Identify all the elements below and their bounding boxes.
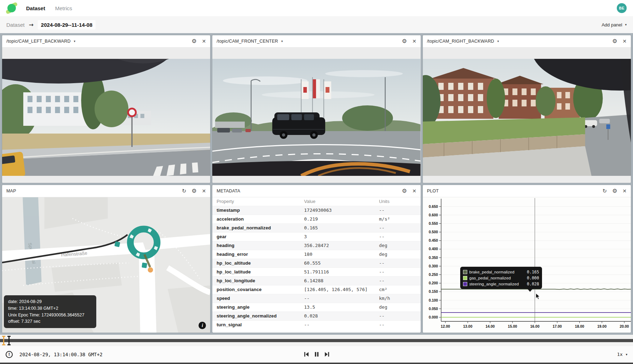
table-cell: -- bbox=[375, 223, 421, 232]
breadcrumb-root[interactable]: Dataset bbox=[6, 22, 25, 28]
timeline-playhead-marker[interactable] bbox=[3, 336, 4, 345]
svg-text:19.00: 19.00 bbox=[597, 325, 606, 328]
table-cell: 1724930063 bbox=[300, 206, 375, 215]
map-tooltip-line: date: 2024-08-29 bbox=[8, 298, 92, 305]
tab-dataset[interactable]: Dataset bbox=[26, 5, 45, 11]
metadata-table-body: timestamp1724930063--acceleration0.219m/… bbox=[212, 206, 420, 329]
table-header-row: Property Value Units bbox=[212, 197, 420, 206]
refresh-icon[interactable]: ↻ bbox=[182, 189, 187, 194]
skip-to-start-button[interactable] bbox=[303, 351, 309, 357]
skip-to-end-button[interactable] bbox=[324, 351, 330, 357]
topic-select-cam-right[interactable]: /topic/CAM_RIGHT_BACKWARD ▾ bbox=[427, 39, 499, 44]
series-label: brake_pedal_normalized bbox=[469, 270, 525, 274]
close-icon[interactable]: ✕ bbox=[412, 189, 416, 193]
panel-map: MAP ↻ ⚙ ✕ Spoykanal bbox=[2, 185, 210, 333]
camera-view-right-backward bbox=[423, 48, 631, 183]
panel-title: PLOT bbox=[427, 189, 439, 193]
svg-text:0.000: 0.000 bbox=[428, 315, 438, 319]
gear-icon[interactable]: ⚙ bbox=[612, 38, 617, 44]
playback-speed-value: 1x bbox=[617, 352, 623, 357]
close-icon[interactable]: ✕ bbox=[622, 39, 627, 44]
map-view[interactable]: Spoykanal Hafenstraße bbox=[2, 197, 210, 333]
column-header-units: Units bbox=[375, 197, 421, 206]
add-panel-button[interactable]: Add panel ▾ bbox=[602, 22, 627, 27]
table-cell: acceleration bbox=[212, 215, 300, 223]
column-header-value: Value bbox=[300, 197, 375, 206]
table-cell: -- bbox=[300, 320, 375, 329]
table-cell: speed bbox=[212, 294, 300, 303]
table-cell: steering_angle bbox=[212, 303, 300, 311]
svg-text:20.00: 20.00 bbox=[620, 325, 629, 328]
table-cell: -- bbox=[375, 276, 421, 285]
waypoint-marker bbox=[114, 241, 120, 247]
gear-icon[interactable]: ⚙ bbox=[191, 38, 196, 44]
plot-tooltip-row: gas_pedal_normalized0.000 bbox=[463, 275, 539, 281]
waypoint-marker bbox=[142, 263, 147, 268]
close-icon[interactable]: ✕ bbox=[622, 189, 627, 193]
logo-circle-icon bbox=[7, 4, 16, 12]
playback-speed-select[interactable]: 1x ▾ bbox=[617, 352, 627, 357]
table-row: position_covariance[126.405, 126.405, 57… bbox=[212, 285, 420, 294]
close-icon[interactable]: ✕ bbox=[202, 189, 206, 193]
table-cell: -- bbox=[375, 206, 421, 215]
map-tooltip-line: time: 13:14:00.38 GMT+2 bbox=[8, 305, 92, 312]
panel-title: MAP bbox=[6, 189, 16, 193]
timeline-cursor-marker[interactable] bbox=[8, 336, 10, 345]
refresh-icon[interactable]: ↻ bbox=[602, 189, 607, 194]
topic-select-cam-front[interactable]: /topic/CAM_FRONT_CENTER ▾ bbox=[217, 39, 283, 44]
svg-text:0.500: 0.500 bbox=[428, 230, 438, 234]
breadcrumb-arrow-icon: → bbox=[29, 21, 34, 28]
table-cell: -- bbox=[375, 311, 421, 320]
warning-icon[interactable]: ! bbox=[6, 351, 13, 358]
panel-header: /topic/CAM_FRONT_CENTER ▾ ⚙ ✕ bbox=[212, 35, 420, 48]
mouse-cursor-icon bbox=[536, 293, 540, 299]
panel-cam-front-center: /topic/CAM_FRONT_CENTER ▾ ⚙ ✕ bbox=[212, 35, 420, 183]
svg-text:0.050: 0.050 bbox=[428, 307, 438, 311]
close-icon[interactable]: ✕ bbox=[412, 39, 416, 44]
panel-metadata: METADATA ⚙ ✕ Property Value Units timest… bbox=[212, 185, 420, 333]
gear-icon[interactable]: ⚙ bbox=[402, 38, 407, 44]
table-cell: 6.14288 bbox=[300, 276, 375, 285]
gear-icon[interactable]: ⚙ bbox=[191, 188, 196, 194]
panel-header: /topic/CAM_RIGHT_BACKWARD ▾ ⚙ ✕ bbox=[423, 35, 631, 48]
timeline-track[interactable] bbox=[0, 339, 633, 342]
table-cell: steering_angle_normalized bbox=[212, 311, 300, 320]
plot-tooltip-row: steering_angle_normalized0.028 bbox=[463, 281, 539, 287]
svg-text:14.00: 14.00 bbox=[485, 325, 494, 328]
table-cell: deg bbox=[375, 241, 421, 250]
topic-select-cam-left[interactable]: /topic/CAM_LEFT_BACKWARD ▾ bbox=[6, 39, 75, 44]
table-cell: position_covariance bbox=[212, 285, 300, 294]
plot-legend-tooltip: brake_pedal_normalized0.165gas_pedal_nor… bbox=[460, 267, 542, 289]
camera-photo-left-backward bbox=[2, 59, 210, 176]
table-cell: deg bbox=[375, 250, 421, 259]
plot-view[interactable]: 0.0000.0500.1000.1500.2000.2500.3000.350… bbox=[423, 197, 631, 333]
app-logo-icon[interactable] bbox=[6, 3, 17, 13]
table-cell: deg bbox=[375, 303, 421, 311]
close-icon[interactable]: ✕ bbox=[202, 39, 206, 44]
gear-icon[interactable]: ⚙ bbox=[612, 188, 617, 194]
svg-text:16.00: 16.00 bbox=[530, 325, 539, 328]
panel-title: /topic/CAM_FRONT_CENTER bbox=[217, 39, 278, 44]
series-value: 0.165 bbox=[527, 270, 539, 274]
table-cell: 0.165 bbox=[300, 223, 375, 232]
plot-tooltip-row: brake_pedal_normalized0.165 bbox=[463, 269, 539, 275]
tab-metrics[interactable]: Metrics bbox=[55, 5, 72, 11]
table-cell: 0.219 bbox=[300, 215, 375, 223]
column-header-property: Property bbox=[212, 197, 300, 206]
svg-text:17.00: 17.00 bbox=[553, 325, 562, 328]
chevron-down-icon: ▾ bbox=[625, 23, 627, 26]
plot-canvas: 0.0000.0500.1000.1500.2000.2500.3000.350… bbox=[423, 197, 631, 333]
map-tooltip-line: Unix Epoc Time: 1724930056.3645527 bbox=[8, 312, 92, 319]
table-row: hp_loc_latitude51.791116-- bbox=[212, 267, 420, 276]
gear-icon[interactable]: ⚙ bbox=[402, 188, 407, 194]
avatar[interactable]: BE bbox=[617, 3, 627, 13]
table-cell: -- bbox=[375, 320, 421, 329]
table-row: acceleration0.219m/s² bbox=[212, 215, 420, 223]
pause-button[interactable] bbox=[314, 351, 319, 357]
svg-text:12.00: 12.00 bbox=[441, 325, 450, 328]
table-row: brake_pedal_normalized0.165-- bbox=[212, 223, 420, 232]
chevron-down-icon: ▾ bbox=[626, 353, 627, 356]
chevron-down-icon: ▾ bbox=[74, 39, 75, 43]
table-cell: km/h bbox=[375, 294, 421, 303]
table-cell: m/s² bbox=[375, 215, 421, 223]
